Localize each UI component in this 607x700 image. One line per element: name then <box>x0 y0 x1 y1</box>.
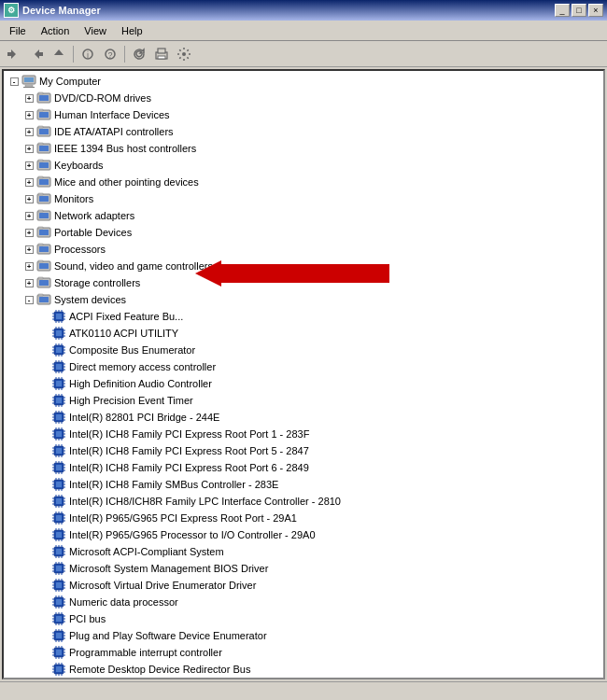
svg-rect-346 <box>56 666 62 672</box>
expander-storage[interactable]: + <box>22 276 35 289</box>
icon-acpi-fixed <box>51 309 66 324</box>
tree-item-sysdev[interactable]: - System devices <box>4 291 603 308</box>
tree-item-pic[interactable]: Programmable interrupt controller <box>4 644 603 661</box>
menu-bar: File Action View Help <box>0 21 607 41</box>
device-tree[interactable]: - My Computer + DVD/CD-ROM drives+ Human… <box>4 71 603 678</box>
tree-item-ich8pci5[interactable]: Intel(R) ICH8 Family PCI Express Root Po… <box>4 442 603 459</box>
label-smbus: Intel(R) ICH8 Family SMBus Controller - … <box>69 479 278 490</box>
svg-rect-66 <box>56 330 62 336</box>
label-ich8pci244e: Intel(R) 82801 PCI Bridge - 244E <box>69 412 219 423</box>
label-pic: Programmable interrupt controller <box>69 647 222 658</box>
label-ide: IDE ATA/ATAPI controllers <box>54 126 174 137</box>
label-rdp: Remote Desktop Device Redirector Bus <box>69 664 250 675</box>
svg-rect-150 <box>56 431 62 437</box>
expander-ide[interactable]: + <box>22 125 35 138</box>
svg-rect-25 <box>39 162 49 168</box>
tree-item-msacpi[interactable]: Microsoft ACPI-Compliant System <box>4 543 603 560</box>
tree-item-ich8pci244e[interactable]: Intel(R) 82801 PCI Bridge - 244E <box>4 409 603 426</box>
tree-item-kbd[interactable]: + Keyboards <box>4 157 603 174</box>
root-expander[interactable]: - <box>7 75 21 88</box>
tree-item-pcibus[interactable]: PCI bus <box>4 610 603 627</box>
svg-rect-20 <box>38 126 43 128</box>
expander-mssmbios <box>37 562 50 575</box>
toolbar-forward[interactable] <box>26 44 47 64</box>
expander-sysdev[interactable]: - <box>22 293 35 306</box>
tree-item-ich8pci6[interactable]: Intel(R) ICH8 Family PCI Express Root Po… <box>4 459 603 476</box>
svg-rect-108 <box>56 381 62 386</box>
tree-item-pnp[interactable]: Plug and Play Software Device Enumerator <box>4 627 603 644</box>
label-acpi-fixed: ACPI Fixed Feature Bu... <box>69 311 183 322</box>
expander-dvd[interactable]: + <box>22 91 35 105</box>
menu-action[interactable]: Action <box>34 23 78 38</box>
expander-proc[interactable]: + <box>22 243 35 256</box>
expander-net[interactable]: + <box>22 209 35 222</box>
close-button[interactable]: × <box>588 4 603 17</box>
minimize-button[interactable]: _ <box>555 4 570 17</box>
tree-item-atk[interactable]: ATK0110 ACPI UTILITY <box>4 325 603 342</box>
label-dvd: DVD/CD-ROM drives <box>54 92 151 104</box>
menu-file[interactable]: File <box>2 23 34 38</box>
toolbar-print[interactable] <box>151 44 172 64</box>
tree-item-sound[interactable]: + Sound, video and game controllers <box>4 258 603 274</box>
tree-item-hdaudio[interactable]: High Definition Audio Controller <box>4 375 603 392</box>
expander-dma <box>37 360 50 373</box>
label-hid: Human Interface Devices <box>54 109 170 120</box>
menu-help[interactable]: Help <box>114 23 150 38</box>
status-bar <box>0 681 607 700</box>
expander-kbd[interactable]: + <box>22 159 35 172</box>
icon-msacpi <box>51 544 66 559</box>
label-sysdev: System devices <box>54 294 126 305</box>
svg-rect-5 <box>158 49 165 53</box>
tree-item-hpet[interactable]: High Precision Event Timer <box>4 392 603 409</box>
tree-item-portable[interactable]: + Portable Devices <box>4 224 603 241</box>
tree-item-msvde[interactable]: Microsoft Virtual Drive Enumerator Drive… <box>4 577 603 594</box>
tree-item-proc[interactable]: + Processors <box>4 241 603 258</box>
tree-item-net[interactable]: + Network adapters <box>4 207 603 224</box>
svg-rect-234 <box>56 532 62 538</box>
tree-item-mssmbios[interactable]: Microsoft System Management BIOS Driver <box>4 560 603 577</box>
label-msacpi: Microsoft ACPI-Compliant System <box>69 546 224 557</box>
svg-rect-248 <box>56 549 62 554</box>
expander-p965proc <box>37 528 50 541</box>
tree-item-mon[interactable]: + Monitors <box>4 190 603 207</box>
toolbar-settings[interactable] <box>174 44 194 64</box>
toolbar-refresh[interactable] <box>129 44 149 64</box>
icon-lpc <box>51 494 66 509</box>
tree-item-dvd[interactable]: + DVD/CD-ROM drives <box>4 90 603 106</box>
expander-portable[interactable]: + <box>22 226 35 239</box>
svg-text:i: i <box>87 50 89 60</box>
expander-pnp <box>37 629 50 642</box>
svg-rect-262 <box>56 566 62 571</box>
svg-rect-6 <box>158 56 165 59</box>
tree-item-rdp[interactable]: Remote Desktop Device Redirector Bus <box>4 661 603 678</box>
tree-item-p965pci[interactable]: Intel(R) P965/G965 PCI Express Root Port… <box>4 510 603 526</box>
tree-item-dma[interactable]: Direct memory access controller <box>4 358 603 375</box>
tree-item-acpi-fixed[interactable]: ACPI Fixed Feature Bu... <box>4 308 603 325</box>
toolbar-help[interactable]: ? <box>100 44 120 64</box>
tree-item-composite[interactable]: Composite Bus Enumerator <box>4 342 603 358</box>
svg-rect-318 <box>56 633 62 638</box>
tree-item-hid[interactable]: + Human Interface Devices <box>4 106 603 123</box>
svg-rect-32 <box>38 193 43 195</box>
tree-root[interactable]: - My Computer <box>4 73 603 90</box>
tree-item-numeric[interactable]: Numeric data processor <box>4 594 603 610</box>
tree-item-ieee[interactable]: + IEEE 1394 Bus host controllers <box>4 140 603 157</box>
tree-item-smbus[interactable]: Intel(R) ICH8 Family SMBus Controller - … <box>4 476 603 493</box>
toolbar-properties[interactable]: i <box>78 44 98 64</box>
tree-item-lpc[interactable]: Intel(R) ICH8/ICH8R Family LPC Interface… <box>4 493 603 510</box>
expander-hid[interactable]: + <box>22 108 35 121</box>
tree-item-storage[interactable]: + Storage controllers <box>4 274 603 291</box>
expander-ieee[interactable]: + <box>22 142 35 155</box>
tree-item-ide[interactable]: + IDE ATA/ATAPI controllers <box>4 123 603 140</box>
tree-item-p965proc[interactable]: Intel(R) P965/G965 Processor to I/O Cont… <box>4 526 603 543</box>
icon-pnp <box>51 628 66 643</box>
expander-mon[interactable]: + <box>22 192 35 205</box>
restore-button[interactable]: □ <box>572 4 586 17</box>
expander-sound[interactable]: + <box>22 259 35 273</box>
tree-item-ich8pci1[interactable]: Intel(R) ICH8 Family PCI Express Root Po… <box>4 426 603 442</box>
toolbar-back[interactable] <box>4 44 24 64</box>
tree-item-mice[interactable]: + Mice and other pointing devices <box>4 174 603 190</box>
menu-view[interactable]: View <box>77 23 114 38</box>
toolbar-up[interactable] <box>49 44 69 64</box>
expander-mice[interactable]: + <box>22 175 35 189</box>
